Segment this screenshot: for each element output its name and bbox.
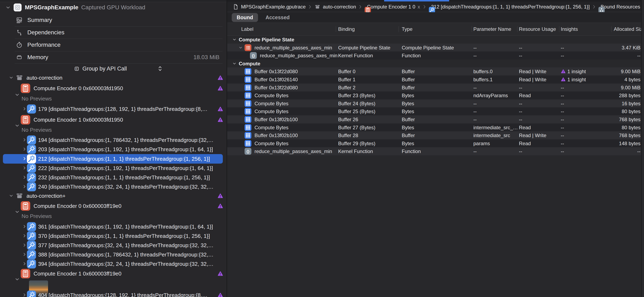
insights-cell: 1 insight	[568, 67, 586, 75]
breadcrumb-item[interactable]: MPSGraphExample.gputrace	[232, 4, 306, 10]
tree-encoder-row[interactable]: Compute Encoder 1 0x600003fd1950	[0, 115, 226, 124]
table-row[interactable]: Compute BytesBuffer 25 (Bytes)Bytes-----…	[227, 107, 644, 115]
chevron-right-icon[interactable]	[22, 224, 26, 229]
resource-usage-cell: Read | Write	[519, 75, 546, 84]
tree-dispatch-row[interactable]: 370 [dispatchThreadgroups:{1, 1, 1} thre…	[0, 231, 226, 241]
column-header-resource-usage[interactable]: Resource Usage	[519, 23, 556, 35]
column-header-parameter-name[interactable]: Parameter Name	[473, 23, 511, 35]
resource-label: Buffer 0x13f22d080	[254, 67, 298, 75]
tree-dispatch-row[interactable]: 361 [dispatchThreadgroups:{1, 192, 1} th…	[0, 222, 226, 232]
tab-bound[interactable]: Bound	[232, 13, 258, 22]
chevron-down-icon[interactable]	[15, 123, 20, 128]
chevron-down-icon[interactable]	[9, 75, 13, 80]
chevron-right-icon[interactable]	[22, 252, 26, 257]
column-divider[interactable]	[517, 26, 518, 32]
allocated-size-cell: 4 bytes	[624, 75, 640, 84]
tree-dispatch-row[interactable]: 203 [dispatchThreadgroups:{1, 192, 1} th…	[0, 145, 226, 154]
allocated-size-cell: 16 bytes	[622, 99, 640, 108]
parameter-name-cell: --	[473, 115, 477, 123]
tree-dispatch-row[interactable]: 404 [dispatchThreadgroups:{128, 192, 1} …	[0, 291, 226, 297]
table-row[interactable]: Buffer 0x13f22d080Buffer 2Buffer------9.…	[227, 84, 644, 92]
parameter-name-cell: intermediate_src	[473, 131, 510, 139]
table-row[interactable]: reduce_multiple_passes_axes_minCompute P…	[227, 44, 644, 52]
tree-group-auto-correction+[interactable]: auto-correction+	[0, 191, 226, 201]
chevron-right-icon[interactable]	[22, 157, 26, 161]
tree-dispatch-row[interactable]: 179 [dispatchThreadgroups:{128, 192, 1} …	[0, 104, 226, 114]
table-row[interactable]: Compute BytesBuffer 24 (Bytes)Bytes-----…	[227, 99, 644, 108]
dispatch-label: 212 [dispatchThreadgroups:{1, 1, 1} thre…	[38, 154, 210, 164]
table-row[interactable]: {}reduce_multiple_passes_axes_minKernel …	[227, 147, 644, 155]
binding-cell: Buffer 24 (Bytes)	[338, 99, 376, 108]
breadcrumb-item[interactable]: auto-correction	[314, 4, 356, 10]
tree-dispatch-row[interactable]: 377 [dispatchThreadgroups:{32, 24, 1} th…	[0, 241, 226, 250]
chevron-right-icon[interactable]	[22, 185, 26, 189]
table-row[interactable]: Buffer 0x13f02b100Buffer 28Bufferinterme…	[227, 131, 644, 139]
chevron-right-icon[interactable]	[22, 262, 26, 266]
chevron-right-icon[interactable]	[22, 293, 26, 297]
table-row[interactable]: Compute BytesBuffer 29 (Bytes)Bytesparam…	[227, 139, 644, 147]
column-divider[interactable]	[336, 26, 336, 32]
chevron-down-icon[interactable]	[239, 46, 242, 49]
breadcrumb-item[interactable]: Bound Resources	[598, 4, 640, 10]
table-header: LabelBindingTypeParameter NameResource U…	[227, 23, 644, 36]
workload-tree: auto-correctionCompute Encoder 0 0x60000…	[0, 0, 226, 297]
table-row[interactable]: Compute BytesBuffer 23 (Bytes)BytesndArr…	[227, 91, 644, 99]
column-header-type[interactable]: Type	[402, 23, 412, 35]
tree-dispatch-row[interactable]: 388 [dispatchThreadgroups:{1, 786432, 1}…	[0, 250, 226, 259]
svg-text:{}: {}	[252, 53, 255, 58]
chevron-right-icon[interactable]	[22, 234, 26, 238]
resource-label: reduce_multiple_passes_axes_min	[254, 44, 332, 52]
tree-dispatch-row[interactable]: 394 [dispatchThreadgroups:{32, 24, 1} th…	[0, 259, 226, 269]
chevron-down-icon[interactable]	[9, 194, 13, 198]
group-label: auto-correction+	[26, 191, 66, 201]
table-section-compute-pipeline-state[interactable]: Compute Pipeline State	[227, 35, 644, 44]
chevron-down-icon[interactable]	[15, 92, 20, 97]
breadcrumb-item[interactable]: 212 [dispatchThreadgroups:{1, 1, 1} thre…	[429, 4, 590, 10]
tree-encoder-row[interactable]: Compute Encoder 0 0x600003ff19e0	[0, 201, 226, 211]
table-row[interactable]: Buffer 0x13f22d080Buffer 0Bufferbuffers.…	[227, 67, 644, 75]
table-row[interactable]: Buffer 0x13f02b100Buffer 26Buffer------7…	[227, 115, 644, 123]
parameter-name-cell: --	[473, 147, 477, 155]
chevron-down-icon[interactable]	[232, 62, 236, 65]
tree-dispatch-row[interactable]: 240 [dispatchThreadgroups:{32, 24, 1} th…	[0, 182, 226, 192]
tree-encoder-row[interactable]: Compute Encoder 0 0x600003fd1950	[0, 84, 226, 93]
column-divider[interactable]	[398, 26, 399, 32]
chevron-down-icon[interactable]	[232, 38, 236, 41]
encoder-label: Compute Encoder 1 0x600003ff19e0	[34, 269, 122, 278]
breadcrumb-item[interactable]: Compute Encoder 1 0x	[365, 4, 420, 10]
resource-usage-cell: Read	[519, 123, 531, 132]
table-section-compute[interactable]: Compute	[227, 59, 644, 68]
resource-usage-cell: --	[519, 147, 522, 155]
table-row[interactable]: Buffer 0x13f026140Buffer 1Bufferbuffers.…	[227, 75, 644, 84]
chevron-right-icon[interactable]	[22, 166, 26, 170]
resource-label: reduce_multiple_passes_axes_min	[260, 51, 338, 59]
tree-dispatch-row[interactable]: 222 [dispatchThreadgroups:{1, 192, 1} th…	[0, 163, 226, 173]
table-row[interactable]: Compute BytesBuffer 27 (Bytes)Bytesinter…	[227, 123, 644, 132]
chevron-right-icon[interactable]	[22, 138, 26, 142]
column-header-insights[interactable]: Insights	[561, 23, 578, 35]
breadcrumb-label: Compute Encoder 1 0	[367, 4, 415, 10]
warning-icon	[218, 75, 223, 80]
column-header-binding[interactable]: Binding	[338, 23, 355, 35]
tree-encoder-row[interactable]: Compute Encoder 1 0x600003ff19e0	[0, 269, 226, 278]
column-header-label[interactable]: Label	[241, 23, 254, 35]
type-cell: Buffer	[402, 115, 415, 123]
chevron-right-icon[interactable]	[22, 147, 26, 151]
chevron-right-icon[interactable]	[22, 243, 26, 247]
chevron-down-icon[interactable]	[15, 210, 20, 214]
column-header-allocated-size[interactable]: Allocated Size	[614, 23, 644, 35]
tree-dispatch-row[interactable]: 194 [dispatchThreadgroups:{1, 786432, 1}…	[0, 135, 226, 145]
tree-group-auto-correction[interactable]: auto-correction	[0, 73, 226, 82]
column-divider[interactable]	[611, 26, 612, 32]
chevron-right-icon[interactable]	[22, 175, 26, 179]
dispatch-label: 361 [dispatchThreadgroups:{1, 192, 1} th…	[38, 222, 213, 232]
buffer-icon	[244, 132, 252, 139]
tree-dispatch-row-selected[interactable]: 212 [dispatchThreadgroups:{1, 1, 1} thre…	[0, 154, 226, 164]
tab-accessed[interactable]: Accessed	[260, 13, 295, 22]
tree-dispatch-row[interactable]: 232 [dispatchThreadgroups:{1, 1, 1} thre…	[0, 173, 226, 182]
table-row[interactable]: {}reduce_multiple_passes_axes_minKernel …	[227, 51, 644, 59]
column-divider[interactable]	[472, 26, 472, 32]
column-divider[interactable]	[559, 26, 559, 32]
chevron-right-icon[interactable]	[22, 107, 26, 111]
chevron-down-icon[interactable]	[15, 277, 20, 282]
